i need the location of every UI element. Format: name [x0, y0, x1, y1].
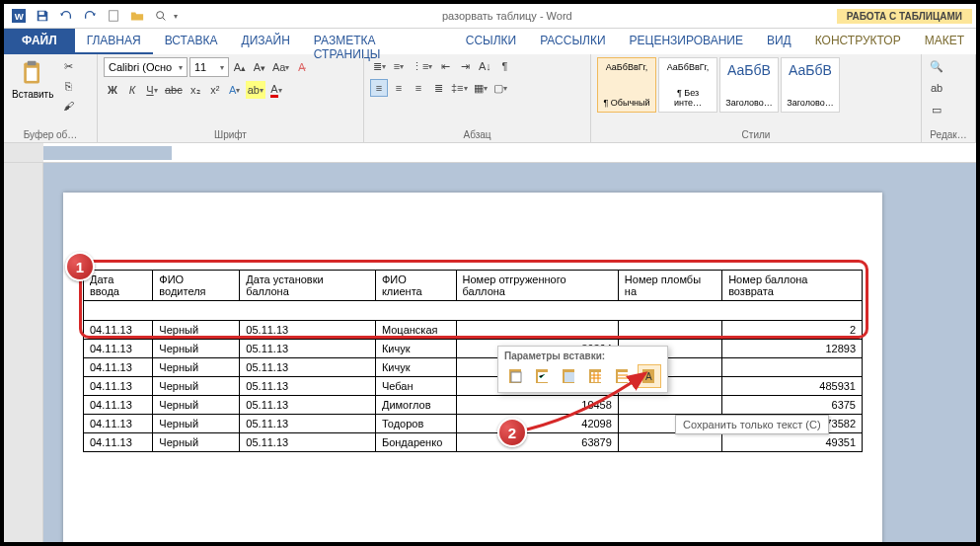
paste-label: Вставить — [12, 89, 53, 100]
table-row[interactable]: 04.11.13Черный05.11.13Кичук45934 — [84, 358, 863, 377]
paragraph-group-label: Абзац — [370, 129, 584, 140]
paste-text-only-icon[interactable]: A — [638, 364, 661, 388]
style-normal[interactable]: АаБбВвГг,¶ Обычный — [597, 57, 656, 113]
shading-icon[interactable]: ▦▾ — [472, 79, 490, 97]
change-case-icon[interactable]: Aa▾ — [270, 58, 291, 76]
save-icon[interactable] — [32, 5, 53, 27]
numbering-icon[interactable]: ≡▾ — [390, 57, 408, 75]
tab-insert[interactable]: ВСТАВКА — [153, 29, 230, 54]
paste-options-popup: Параметры вставки: A — [497, 346, 668, 393]
italic-button[interactable]: К — [123, 81, 141, 99]
paste-options-title: Параметры вставки: — [504, 351, 661, 361]
vertical-ruler[interactable] — [4, 163, 43, 546]
table-row[interactable]: 04.11.13Черный05.11.13Димоглов104586375 — [84, 396, 863, 415]
tab-layout-context[interactable]: МАКЕТ — [913, 29, 976, 54]
tab-file[interactable]: ФАЙЛ — [4, 29, 75, 54]
align-left-icon[interactable]: ≡ — [370, 79, 388, 97]
borders-icon[interactable]: ▢▾ — [491, 79, 509, 97]
svg-text:W: W — [15, 11, 25, 22]
table-row[interactable]: 04.11.13Черный05.11.13Кичук8936412893 — [84, 340, 863, 358]
page[interactable]: 1 Дата ввода ФИО водителя Дата установки… — [63, 193, 882, 546]
page-scroll[interactable]: 1 Дата ввода ФИО водителя Дата установки… — [43, 163, 976, 546]
word-icon: W — [8, 5, 30, 27]
tab-home[interactable]: ГЛАВНАЯ — [75, 29, 153, 54]
paste-insert-new-icon[interactable] — [611, 364, 635, 388]
replace-icon[interactable]: ab — [928, 79, 945, 97]
ruler-area — [4, 143, 976, 163]
col-header: Номер баллона возврата — [722, 271, 863, 301]
text-effects-icon[interactable]: A▾ — [226, 81, 244, 99]
copy-icon[interactable]: ⎘ — [59, 77, 77, 95]
superscript-button[interactable]: x² — [206, 81, 224, 99]
highlight-icon[interactable]: ab▾ — [246, 81, 265, 99]
tab-constructor[interactable]: КОНСТРУКТОР — [803, 29, 913, 54]
subscript-button[interactable]: x₂ — [187, 81, 204, 99]
paste-use-dest-icon[interactable] — [558, 364, 581, 388]
font-family-combo[interactable]: Calibri (Осно▾ — [104, 57, 188, 77]
styles-gallery[interactable]: АаБбВвГг,¶ Обычный АаБбВвГг,¶ Без инте… … — [597, 57, 915, 127]
increase-indent-icon[interactable]: ⇥ — [456, 57, 474, 75]
paste-nest-table-icon[interactable] — [584, 364, 608, 388]
clear-format-icon[interactable]: A̶ — [293, 58, 311, 76]
tab-mailings[interactable]: РАССЫЛКИ — [528, 29, 617, 54]
col-header: ФИО клиента — [375, 271, 456, 301]
table-row[interactable]: 04.11.13Черный05.11.13Бондаренко63879493… — [84, 433, 863, 452]
ribbon: Вставить ✂ ⎘ 🖌 Буфер об… Calibri (Осно▾ … — [4, 54, 976, 143]
align-right-icon[interactable]: ≡ — [410, 79, 427, 97]
table-row[interactable]: 04.11.13Черный05.11.13Моцанская2 — [84, 321, 863, 340]
ruler-corner — [4, 143, 43, 162]
table-tools-label: РАБОТА С ТАБЛИЦАМИ — [837, 9, 972, 24]
underline-button[interactable]: Ч▾ — [143, 81, 161, 99]
sort-icon[interactable]: A↓ — [476, 57, 493, 75]
col-header: Номер отгруженного баллона — [456, 271, 618, 301]
quick-access-toolbar: W ▾ разорвать таблицу - Word РАБОТА С ТА… — [4, 4, 976, 29]
tab-review[interactable]: РЕЦЕНЗИРОВАНИЕ — [618, 29, 755, 54]
format-painter-icon[interactable]: 🖌 — [59, 97, 77, 115]
justify-icon[interactable]: ≣ — [429, 79, 447, 97]
style-no-spacing[interactable]: АаБбВвГг,¶ Без инте… — [658, 57, 717, 113]
select-icon[interactable]: ▭ — [928, 101, 945, 118]
svg-text:A: A — [645, 371, 652, 382]
col-header: Номер пломбы на — [618, 271, 721, 301]
line-spacing-icon[interactable]: ‡≡▾ — [449, 79, 470, 97]
col-header: Дата установки баллона — [240, 271, 376, 301]
font-group-label: Шрифт — [104, 129, 357, 140]
tab-page-layout[interactable]: РАЗМЕТКА СТРАНИЦЫ — [302, 29, 454, 54]
style-heading1[interactable]: АаБбВЗаголово… — [719, 57, 779, 113]
svg-point-5 — [157, 12, 164, 19]
cut-icon[interactable]: ✂ — [59, 57, 77, 75]
paste-button[interactable]: Вставить — [10, 57, 55, 102]
font-color-icon[interactable]: A▾ — [267, 81, 285, 99]
annotation-badge-2: 2 — [497, 418, 527, 447]
shrink-font-icon[interactable]: A▾ — [251, 58, 268, 76]
svg-rect-16 — [591, 372, 601, 382]
bold-button[interactable]: Ж — [104, 81, 121, 99]
horizontal-ruler[interactable] — [43, 143, 976, 162]
find-icon[interactable]: 🔍 — [928, 57, 945, 75]
multilevel-icon[interactable]: ⋮≡▾ — [410, 57, 434, 75]
decrease-indent-icon[interactable]: ⇤ — [436, 57, 454, 75]
qat-customize-icon[interactable]: ▾ — [174, 12, 178, 21]
bullets-icon[interactable]: ≣▾ — [370, 57, 388, 75]
tab-references[interactable]: ССЫЛКИ — [454, 29, 528, 54]
table-row[interactable]: 04.11.13Черный05.11.13Чебан01875485931 — [84, 377, 863, 396]
undo-icon[interactable] — [55, 5, 77, 27]
paste-keep-source-icon[interactable] — [504, 364, 528, 388]
tab-design[interactable]: ДИЗАЙН — [230, 29, 302, 54]
open-icon[interactable] — [126, 5, 148, 27]
font-size-combo[interactable]: 11▾ — [189, 57, 229, 77]
svg-rect-14 — [565, 372, 574, 382]
col-header: Дата ввода — [84, 271, 153, 301]
strike-button[interactable]: abc — [163, 81, 185, 99]
print-preview-icon[interactable] — [150, 5, 172, 27]
new-icon[interactable] — [103, 5, 124, 27]
svg-rect-3 — [39, 17, 46, 21]
align-center-icon[interactable]: ≡ — [390, 79, 408, 97]
redo-icon[interactable] — [79, 5, 101, 27]
paste-tooltip: Сохранить только текст (С) — [675, 415, 829, 434]
paste-merge-format-icon[interactable] — [531, 364, 555, 388]
tab-view[interactable]: ВИД — [755, 29, 803, 54]
style-heading2[interactable]: АаБбВЗаголово… — [781, 57, 840, 113]
grow-font-icon[interactable]: A▴ — [231, 58, 249, 76]
show-marks-icon[interactable]: ¶ — [495, 57, 513, 75]
